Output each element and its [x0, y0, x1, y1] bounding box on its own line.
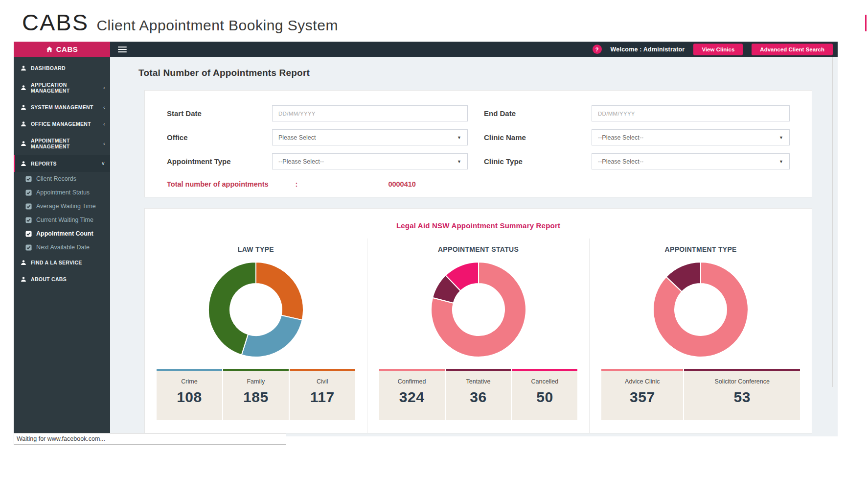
scrollbar-track[interactable]	[832, 57, 833, 387]
chart-title: LAW TYPE	[151, 245, 361, 253]
sidebar-item-dashboard[interactable]: DASHBOARD	[14, 60, 110, 76]
stat-card-label: Cancelled	[515, 378, 574, 385]
sidebar-item-label: APPLICATION MANAGEMENT	[31, 82, 99, 94]
summary-report-card: Legal Aid NSW Appointment Summary Report…	[144, 208, 812, 433]
sidebar-subitem-label: Appointment Status	[36, 189, 90, 196]
sidebar-item-office-management[interactable]: OFFICE MANAGEMENT‹	[14, 116, 110, 132]
sidebar-item-label: APPOINTMENT MANAGEMENT	[31, 138, 99, 149]
home-icon	[46, 46, 53, 53]
sidebar-subitem-current-waiting-time[interactable]: Current Waiting Time	[14, 213, 110, 227]
checkbox-icon	[25, 217, 32, 223]
stat-card-value: 324	[382, 389, 442, 406]
sidebar-subitem-label: Current Waiting Time	[36, 216, 93, 223]
stat-card-label: Confirmed	[382, 378, 442, 385]
sidebar-subitem-label: Next Available Date	[36, 244, 90, 251]
sidebar-item-label: FIND A LA SERVICE	[31, 260, 82, 265]
total-appointments-colon: :	[296, 180, 298, 188]
chart-title: APPOINTMENT TYPE	[595, 245, 806, 253]
sidebar-subitem-label: Appointment Count	[36, 230, 93, 237]
clinic-name-label: Clinic Name	[484, 133, 592, 142]
scrollbar-accent	[865, 15, 867, 31]
stat-card-label: Solicitor Conference	[687, 378, 797, 385]
stat-card-civil: Civil117	[290, 369, 355, 420]
donut-chart	[427, 258, 530, 361]
user-icon	[21, 276, 26, 282]
filter-card: Start Date End Date Office Please Select…	[144, 90, 812, 197]
chevron-icon: ‹	[103, 104, 105, 110]
donut-chart	[649, 258, 752, 361]
stat-card-value: 185	[226, 389, 286, 406]
help-icon[interactable]: ?	[593, 45, 602, 54]
user-icon	[21, 65, 26, 71]
brand-home-link[interactable]: CABS	[14, 42, 110, 57]
sidebar-item-find-a-la-service[interactable]: FIND A LA SERVICE	[14, 254, 110, 271]
sidebar-subitem-next-available-date[interactable]: Next Available Date	[14, 240, 110, 254]
clinic-type-label: Clinic Type	[484, 157, 592, 166]
total-appointments-label: Total number of appointments	[167, 180, 269, 188]
donut-segment-civil[interactable]	[256, 262, 303, 320]
office-select-value: Please Select	[278, 134, 316, 141]
sidebar-item-application-management[interactable]: APPLICATION MANAGEMENT‹	[14, 76, 110, 99]
total-appointments-row: Total number of appointments : 0000410	[167, 180, 790, 188]
stat-card-value: 53	[687, 389, 797, 406]
office-caret-icon: ▼	[457, 135, 461, 140]
appointment-type-select[interactable]: --Please Select-- ▼	[272, 153, 468, 169]
chart-title: APPOINTMENT STATUS	[373, 245, 584, 253]
navbar-dark-section: ? Welcome : Administrator View Clinics A…	[110, 42, 838, 57]
clinic-type-select[interactable]: --Please Select-- ▼	[592, 153, 790, 169]
appointment-type-label: Appointment Type	[167, 157, 272, 166]
donut-segment-crime[interactable]	[242, 315, 302, 357]
donut-chart	[205, 258, 307, 361]
sidebar-subitem-appointment-status[interactable]: Appointment Status	[14, 186, 110, 199]
sidebar-subitem-appointment-count[interactable]: Appointment Count	[14, 227, 110, 240]
chevron-icon: ‹	[103, 141, 105, 146]
sidebar-item-appointment-management[interactable]: APPOINTMENT MANAGEMENT‹	[14, 132, 110, 155]
navbar-right-cluster: ? Welcome : Administrator View Clinics A…	[593, 44, 833, 55]
summary-report-title: Legal Aid NSW Appointment Summary Report	[145, 221, 812, 230]
chevron-icon: ‹	[103, 121, 105, 127]
sidebar-item-reports[interactable]: REPORTS∨	[14, 155, 110, 172]
sidebar-subitem-client-records[interactable]: Client Records	[14, 172, 110, 186]
stat-card-tentative: Tentative36	[446, 369, 511, 420]
office-select[interactable]: Please Select ▼	[272, 129, 468, 145]
sidebar-item-label: DASHBOARD	[31, 65, 66, 71]
sidebar-subitem-label: Client Records	[36, 175, 76, 182]
start-date-input[interactable]	[272, 105, 468, 121]
welcome-text: Welcome : Administrator	[611, 46, 685, 53]
appointment-type-select-value: --Please Select--	[278, 158, 324, 165]
chevron-icon: ∨	[101, 160, 105, 167]
user-icon	[21, 161, 26, 167]
checkbox-icon	[25, 203, 32, 210]
end-date-input[interactable]	[592, 105, 790, 121]
office-label: Office	[167, 133, 272, 142]
checkbox-icon	[25, 244, 32, 251]
clinic-name-caret-icon: ▼	[779, 135, 783, 140]
user-icon	[21, 104, 26, 110]
chart-appointment-type: APPOINTMENT TYPEAdvice Clinic357Solicito…	[589, 239, 812, 433]
clinic-type-caret-icon: ▼	[779, 159, 783, 164]
clinic-type-select-value: --Please Select--	[598, 158, 643, 165]
logo-subtitle: Client Appointment Booking System	[96, 17, 338, 33]
top-navbar: CABS ? Welcome : Administrator View Clin…	[14, 42, 838, 57]
stat-card-family: Family185	[223, 369, 289, 420]
stat-card-value: 117	[293, 389, 352, 406]
sidebar-toggle-icon[interactable]	[118, 47, 127, 52]
start-date-label: Start Date	[167, 109, 272, 118]
stat-cards-row: Advice Clinic357Solicitor Conference53	[601, 369, 800, 420]
sidebar-item-label: ABOUT CABS	[31, 276, 67, 282]
app-logo: CABS Client Appointment Booking System	[22, 9, 338, 36]
advanced-client-search-button[interactable]: Advanced Client Search	[752, 44, 833, 55]
appointment-type-caret-icon: ▼	[457, 159, 461, 164]
sidebar-item-about-cabs[interactable]: ABOUT CABS	[14, 271, 110, 287]
sidebar-subitem-average-waiting-time[interactable]: Average Waiting Time	[14, 199, 110, 213]
clinic-name-select-value: --Please Select--	[598, 134, 643, 141]
sidebar-item-system-management[interactable]: SYSTEM MANAGEMENT‹	[14, 99, 110, 116]
checkbox-icon	[25, 176, 32, 182]
checkbox-icon	[25, 190, 32, 196]
stat-card-solicitor-conference: Solicitor Conference53	[684, 369, 800, 420]
stat-card-cancelled: Cancelled50	[512, 369, 577, 420]
clinic-name-select[interactable]: --Please Select-- ▼	[592, 129, 790, 145]
view-clinics-button[interactable]: View Clinics	[693, 44, 743, 55]
user-icon	[21, 85, 26, 91]
stat-card-value: 36	[449, 389, 508, 406]
